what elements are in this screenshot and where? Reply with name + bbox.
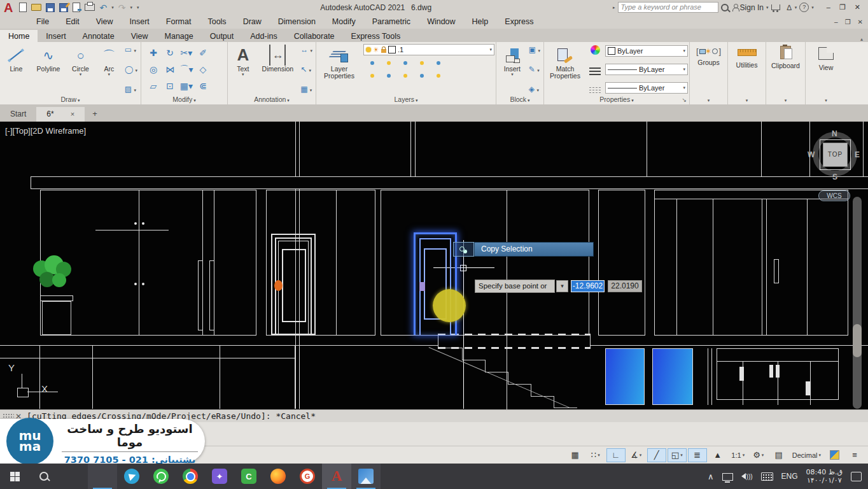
taskbar-autocad[interactable]: A xyxy=(322,464,351,489)
language-indicator[interactable]: ENG xyxy=(781,472,798,481)
status-ortho[interactable]: ∟ xyxy=(606,448,626,462)
autodesk-app-icon[interactable]: ∆ xyxy=(787,3,791,12)
status-object-snap-tracking[interactable]: ╱ xyxy=(647,448,666,462)
view-panel-icon[interactable] xyxy=(818,47,834,60)
redo-icon[interactable]: ↷ xyxy=(118,3,126,12)
vertical-scrollbar[interactable] xyxy=(853,197,862,409)
menu-draw[interactable]: Draw xyxy=(235,16,270,27)
menu-help[interactable]: Help xyxy=(464,16,497,27)
tab-output[interactable]: Output xyxy=(202,30,242,42)
tab-home[interactable]: Home xyxy=(0,30,38,42)
layer-dropdown-icon[interactable]: ▾ xyxy=(489,47,492,52)
taskbar-camtasia[interactable]: C xyxy=(234,464,263,489)
taskbar-start[interactable] xyxy=(0,464,29,489)
close-button[interactable]: ✕ xyxy=(855,3,860,11)
panel-label-groups[interactable]: ▾ xyxy=(690,95,727,104)
search-icon[interactable] xyxy=(721,4,729,11)
utilities-label[interactable]: Utilities xyxy=(736,61,758,69)
modify-stretch-button[interactable]: ▱ xyxy=(150,80,157,92)
modify-scale-button[interactable]: ⊡ xyxy=(166,80,174,92)
groups-label[interactable]: Groups xyxy=(697,59,719,66)
undo-dropdown-icon[interactable]: ▾ xyxy=(111,5,114,10)
dynamic-input-options-icon[interactable]: ▾ xyxy=(556,280,568,292)
coordinate-y-input[interactable]: 22.0190 xyxy=(608,280,642,292)
help-dropdown-icon[interactable]: ▾ xyxy=(811,5,814,10)
modify-move-button[interactable]: ✚ xyxy=(150,47,157,59)
selection-grip[interactable] xyxy=(419,282,425,291)
modify-mirror-button[interactable]: ⋈ xyxy=(165,64,174,75)
drawing-canvas[interactable]: [-][Top][2D Wireframe] Copy Selection Sp… xyxy=(0,122,868,409)
taskbar-photos[interactable] xyxy=(351,464,381,489)
viewcube-east-label[interactable]: E xyxy=(855,150,860,159)
modify-rotate-button[interactable]: ↻ xyxy=(166,47,174,59)
search-expand-icon[interactable]: ▸ xyxy=(613,5,615,10)
modify-trim-button[interactable]: ✂▾ xyxy=(181,47,193,59)
annotation-tool-2[interactable]: ▦ ▾ xyxy=(300,85,312,94)
panel-label-utilities[interactable]: ▾ xyxy=(728,95,766,104)
coordinate-x-input[interactable]: -12.9602 xyxy=(571,280,605,292)
open-file-icon[interactable] xyxy=(31,4,41,11)
sign-in-link[interactable]: Sign In xyxy=(740,3,764,12)
menu-window[interactable]: Window xyxy=(419,16,463,27)
status-grid[interactable]: ▦ xyxy=(566,448,585,462)
block-tool-2[interactable]: ◈ ▾ xyxy=(529,85,540,94)
clipboard-label[interactable]: Clipboard xyxy=(771,62,800,69)
ribbon-collapse-icon[interactable]: ▴ xyxy=(860,36,863,42)
modify-array-button[interactable]: ▦▾ xyxy=(180,80,193,92)
clock[interactable]: 08:40 ق.ظ ۱۴۰۰/۰۱/۰۷ xyxy=(806,468,843,485)
layer-thaw-icon[interactable]: ☀ xyxy=(373,46,379,53)
tab-close-icon[interactable]: × xyxy=(71,110,74,118)
taskbar-firefox[interactable] xyxy=(263,464,293,489)
panel-label-modify[interactable]: Modify xyxy=(141,95,227,104)
status-snap[interactable]: ∷▾ xyxy=(586,448,605,462)
restore-button[interactable]: ❐ xyxy=(839,3,846,11)
color-wheel-icon[interactable] xyxy=(591,45,600,55)
help-icon[interactable]: ? xyxy=(799,3,809,12)
layer-lock-icon[interactable] xyxy=(381,49,386,53)
minimize-button[interactable]: – xyxy=(827,3,830,11)
insert-button[interactable]: Insert▾ xyxy=(498,44,527,95)
layer-properties-button[interactable]: Layer Properties xyxy=(318,44,361,95)
menu-parametric[interactable]: Parametric xyxy=(364,16,419,27)
modify-fillet-button[interactable]: ⌒▾ xyxy=(179,64,193,76)
taskbar-chrome[interactable] xyxy=(176,464,205,489)
save-icon[interactable] xyxy=(46,3,55,12)
wcs-dropdown[interactable]: WCS xyxy=(818,190,850,201)
viewcube-south-label[interactable]: S xyxy=(832,173,837,181)
save-as-icon[interactable] xyxy=(59,3,68,12)
tab-express-tools[interactable]: Express Tools xyxy=(343,30,409,42)
status-isolate-objects[interactable] xyxy=(825,448,844,462)
block-tool-0[interactable]: ▣ ▾ xyxy=(529,45,540,54)
linetype-icon[interactable] xyxy=(589,87,601,94)
tray-chevron-icon[interactable]: ∧ xyxy=(708,472,714,481)
layer-select[interactable]: ☀ .1 ▾ xyxy=(363,44,494,55)
annotation-tool-0[interactable]: ↔ ▾ xyxy=(300,45,312,54)
dimension-button[interactable]: ↔ Dimension xyxy=(257,44,298,95)
linetype-select[interactable]: ByLayer ▾ xyxy=(605,82,688,94)
vertical-scrollbar-thumb[interactable] xyxy=(853,324,862,357)
status-annotation-monitor[interactable]: ▤ xyxy=(769,448,788,462)
groups-icon[interactable]: [✶] xyxy=(696,46,721,56)
text-button[interactable]: A Text▾ xyxy=(229,44,257,95)
viewcube-north-label[interactable]: N xyxy=(832,129,837,138)
draw-tool-0[interactable]: ▭ ▾ xyxy=(125,45,137,54)
taskbar-whatsapp[interactable] xyxy=(146,464,176,489)
status-annotation-scale[interactable]: 1:1▾ xyxy=(729,448,748,462)
menu-edit[interactable]: Edit xyxy=(57,16,88,27)
view-label[interactable]: View xyxy=(819,64,834,71)
color-dropdown-icon[interactable]: ▾ xyxy=(683,48,685,53)
lineweight-icon[interactable] xyxy=(589,67,601,75)
action-center-icon[interactable] xyxy=(851,472,862,481)
volume-icon[interactable]: ))) xyxy=(741,473,753,480)
print-icon[interactable] xyxy=(85,4,95,11)
viewcube-top-face[interactable]: TOP xyxy=(823,143,848,167)
properties-dialog-launcher-icon[interactable]: ↘ xyxy=(682,96,687,104)
tab-view[interactable]: View xyxy=(123,30,157,42)
viewcube-west-label[interactable]: W xyxy=(808,150,815,159)
doc-close-button[interactable]: ✕ xyxy=(858,18,863,25)
taskbar-downloader[interactable]: G xyxy=(293,464,322,489)
drawing-tab-6-[interactable]: 6*× xyxy=(36,107,85,122)
lineweight-select[interactable]: ByLayer ▾ xyxy=(605,64,688,75)
tab-annotate[interactable]: Annotate xyxy=(74,30,123,42)
help-search-input[interactable]: Type a keyword or phrase xyxy=(618,2,718,13)
